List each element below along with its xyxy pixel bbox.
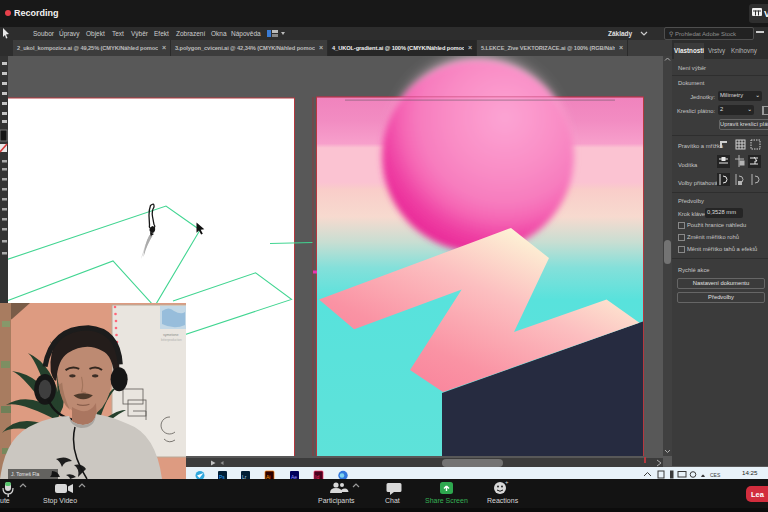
svg-text:Share Screen: Share Screen bbox=[425, 497, 468, 504]
svg-text:symetone: symetone bbox=[163, 333, 179, 337]
svg-text:J. Tomeš Fla: J. Tomeš Fla bbox=[11, 471, 39, 477]
svg-text:Participants: Participants bbox=[318, 497, 355, 505]
svg-text:Chat: Chat bbox=[385, 497, 400, 504]
svg-text:14:25: 14:25 bbox=[742, 469, 758, 476]
svg-text:CES: CES bbox=[710, 472, 721, 478]
svg-text:bitterproduction: bitterproduction bbox=[161, 338, 182, 342]
svg-text:+: + bbox=[505, 479, 509, 485]
svg-text:Lea: Lea bbox=[751, 490, 765, 499]
svg-text:Reactions: Reactions bbox=[487, 497, 519, 504]
svg-text:ute: ute bbox=[0, 497, 10, 504]
svg-text:Stop Video: Stop Video bbox=[43, 497, 77, 505]
svg-text:V: V bbox=[764, 9, 768, 19]
